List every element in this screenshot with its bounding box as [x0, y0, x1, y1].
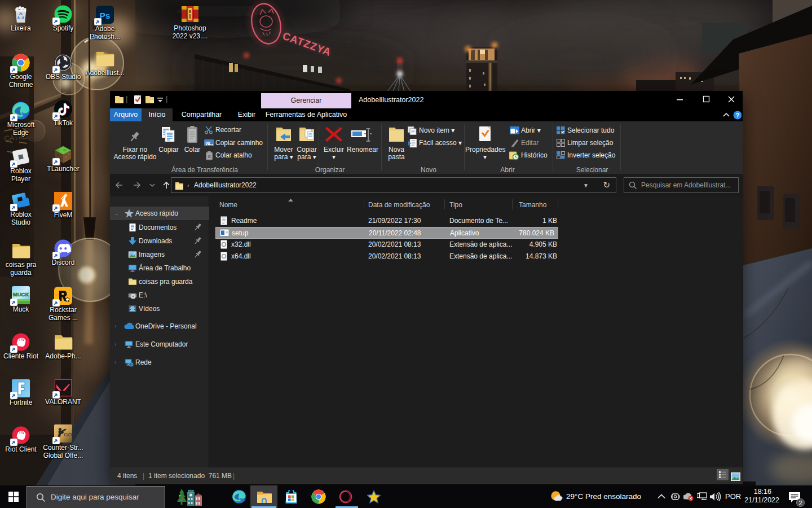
svg-text:GO: GO — [64, 431, 72, 437]
svg-text:?: ? — [735, 112, 739, 119]
svg-text:2: 2 — [798, 500, 802, 506]
svg-text:MUCK: MUCK — [13, 291, 29, 297]
